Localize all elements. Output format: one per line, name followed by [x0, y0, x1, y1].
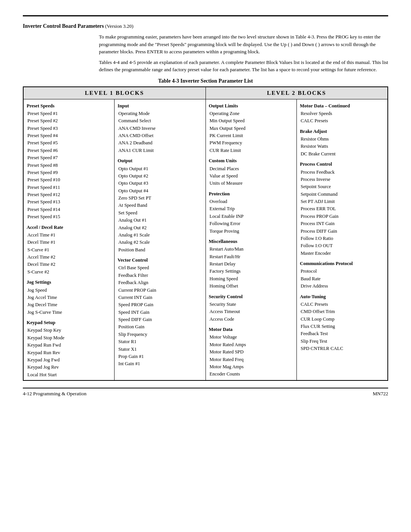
level2-header: LEVEL 2 BLOCKS [206, 87, 388, 99]
col3-block-security: Security Control [209, 293, 294, 300]
col3-item: Homing Speed [209, 275, 294, 283]
col2-item: Speed PROP Gain [118, 301, 202, 308]
col2-block-input: Input [118, 102, 202, 110]
col1-item: Preset Speed #4 [27, 132, 111, 139]
col2-item: ANA CMD Inverse [118, 125, 202, 132]
col2-item: Set Speed [118, 209, 202, 217]
col3-block-misc: Miscellaneous [209, 238, 294, 245]
col4-item-process-diff-gain: Process DIFF Gain [300, 228, 384, 235]
col1-item: Accel Time #2 [27, 254, 111, 261]
col4-item: CALC Presets [300, 301, 384, 308]
col4-block-auto-tuning: Auto-Tuning [300, 293, 384, 300]
col2-item: Prop Gain #1 [118, 353, 202, 360]
col3-item: Units of Measure [209, 180, 294, 187]
table-title: Table 4-3 Inverter Section Parameter Lis… [23, 78, 388, 84]
col3-item: Restart Auto/Man [209, 246, 294, 253]
col1-item: Jog Decel Time [27, 301, 111, 308]
col1-item: Preset Speed #13 [27, 198, 111, 206]
col4-item: Slip Freq Test [300, 338, 384, 345]
footer-left: 4-12 Programming & Operation [23, 391, 86, 397]
col3-item: Factory Settings [209, 268, 294, 275]
col4-item: Feedback Test [300, 330, 384, 337]
col2-item: ANA1 CUR Limit [118, 147, 202, 154]
col2-item: Feedback Filter [118, 272, 202, 279]
col1-item: S-Curve #2 [27, 268, 111, 276]
footer: 4-12 Programming & Operation MN722 [23, 388, 388, 397]
col1-item: Preset Speed #6 [27, 147, 111, 154]
col2-item: Stator X1 [118, 346, 202, 353]
col2-item: Speed INT Gain [118, 309, 202, 316]
col3-item: Min Output Speed [209, 117, 294, 125]
col1-item: Keypad Jog Rev [27, 364, 111, 371]
col4-item: Follow I:O Ratio [300, 235, 384, 242]
col1-item: Preset Speed #8 [27, 162, 111, 169]
col3-item: Value at Speed [209, 173, 294, 180]
col3-item: Homing Offset [209, 283, 294, 290]
col3-item: Restart Fault/Hr [209, 253, 294, 260]
col2-item: Analog #1 Scale [118, 232, 202, 239]
col4-item-process-int-gain: Process INT Gain [300, 220, 384, 227]
level1-header: LEVEL 1 BLOCKS [23, 87, 206, 99]
col2-item: Position Gain [118, 323, 202, 331]
col4-block-process: Process Control [300, 161, 384, 168]
col3-item: External Trip [209, 205, 294, 212]
col3-item: Max Output Speed [209, 125, 294, 132]
col1-item: Preset Speed #7 [27, 154, 111, 161]
col3-item: Restart Delay [209, 260, 294, 268]
col2-block-output: Output [118, 157, 202, 165]
col3-block-custom-units: Custom Units [209, 157, 294, 165]
col4-item-process-prop-gain: Process PROP Gain [300, 213, 384, 220]
col1-item: Preset Speed #15 [27, 213, 111, 220]
col3-item: Following Error [209, 220, 294, 227]
col2: Input Operating Mode Command Select ANA … [115, 99, 206, 380]
col3: Output Limits Operating Zone Min Output … [206, 99, 297, 380]
col2-item: Operating Mode [118, 110, 202, 117]
col4-item: Setpoint Source [300, 183, 384, 190]
col4-item-cur-loop-comp: CUR Loop Comp [300, 316, 384, 323]
col4-item: SPD CNTRLR CALC [300, 345, 384, 352]
top-border [23, 15, 388, 16]
col1-item-local-hot-start: Local Hot Start [27, 371, 111, 379]
col2-item: Stator R1 [118, 338, 202, 345]
col2-item: Opto Output #3 [118, 180, 202, 187]
col1-item-keypad-stop-mode: Keypad Stop Mode [27, 334, 111, 342]
col1-item: Keypad Run Rev [27, 349, 111, 356]
col3-item: Access Timeout [209, 308, 294, 315]
col4-item: Process ERR TOL [300, 205, 384, 212]
col1-item: Preset Speed #3 [27, 125, 111, 132]
col1-block-accel: Accel / Decel Rate [27, 224, 111, 231]
col2-item: ANA 2 Deadband [118, 139, 202, 147]
col4-item: Setpoint Command [300, 191, 384, 198]
col2-item: Speed DIFF Gain [118, 316, 202, 323]
col1-item: Keypad Jog Fwd [27, 356, 111, 364]
col4: Motor Data – Continued Resolver Speeds C… [297, 99, 388, 380]
col4-item: Resistor Watts [300, 143, 384, 150]
col1-block-keypad: Keypad Setup [27, 319, 111, 326]
col1-item: Decel Time #2 [27, 261, 111, 268]
col4-item: Protocol [300, 268, 384, 275]
col3-block-motor-data: Motor Data [209, 326, 294, 333]
col3-item-motor-mag-amps: Motor Mag Amps [209, 363, 294, 371]
col3-block-output-limits: Output Limits [209, 102, 294, 110]
col3-item: Overload [209, 198, 294, 205]
col3-item: Local Enable INP [209, 213, 294, 220]
col3-item: Motor Rated Freq [209, 356, 294, 363]
col1-item: Keypad Run Fwd [27, 342, 111, 349]
col2-item: Analog Out #1 [118, 217, 202, 224]
col4-item: Resistor Ohms [300, 136, 384, 143]
col2-item: Position Band [118, 246, 202, 254]
parameter-table: LEVEL 1 BLOCKS LEVEL 2 BLOCKS Preset Spe… [23, 86, 388, 381]
col3-item: Torque Proving [209, 228, 294, 235]
col3-item: PWM Frequency [209, 139, 294, 147]
col4-block-brake: Brake Adjust [300, 128, 384, 135]
footer-right: MN722 [373, 391, 388, 397]
col1-item: Jog Speed [27, 287, 111, 294]
col2-item: ANA CMD Offset [118, 132, 202, 139]
col1-item: Preset Speed #1 [27, 110, 111, 117]
section-version: (Version 3.20) [105, 23, 133, 29]
col1-item: Accel Time #1 [27, 232, 111, 239]
section-header: Inverter Control Board Parameters (Versi… [23, 23, 388, 29]
col2-item: Slip Frequency [118, 331, 202, 338]
col4-item: Baud Rate [300, 275, 384, 283]
col2-item: Analog Out #2 [118, 224, 202, 232]
